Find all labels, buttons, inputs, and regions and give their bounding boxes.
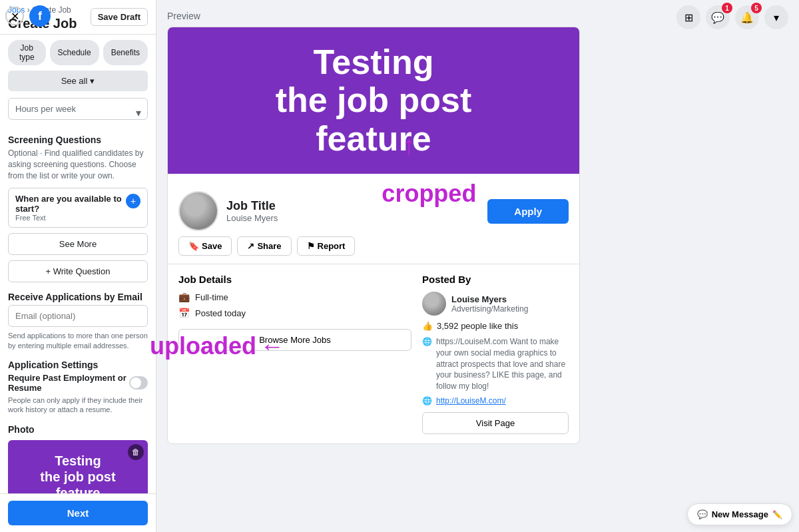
next-button[interactable]: Next [8,501,148,525]
app-settings-title: Application Settings [8,360,148,370]
filter-schedule[interactable]: Schedule [50,40,99,65]
save-draft-button[interactable]: Save Draft [91,8,148,26]
see-all-button[interactable]: See all ▾ [8,71,148,91]
page-desc: 🌐 https://LouiseM.com Want to make your … [422,336,569,392]
add-question-button[interactable]: + [126,194,140,208]
poster-name: Louise Myers [451,294,528,304]
screening-title: Screening Questions [8,134,148,145]
screening-desc: Optional · Find qualified candidates by … [8,148,148,181]
facebook-logo: f [29,5,51,27]
messenger-badge: 1 [722,3,732,13]
job-type-row: 💼 Full-time [178,292,411,302]
share-button[interactable]: ↗ Share [237,236,291,256]
new-message-compose-icon: ✏️ [772,510,782,519]
toggle-switch[interactable] [129,376,148,390]
posted-by-title: Posted By [422,274,569,285]
toggle-knob [131,378,141,388]
chat-icon: 💬 [697,509,708,519]
hours-dropdown-wrapper: Hours per week Part-time Full-time ▾ [8,98,148,127]
job-details: Job Details 💼 Full-time 📅 Posted today B… [178,274,411,434]
hours-per-week-select[interactable]: Hours per week Part-time Full-time [8,98,148,120]
posted-by-user: Louise Myers Advertising/Marketing [422,292,569,316]
photo-preview-text: Testingthe job postfeature [35,447,121,493]
preview-body: Job Details 💼 Full-time 📅 Posted today B… [168,264,579,443]
account-menu-btn[interactable]: ▾ [764,5,788,29]
save-button[interactable]: 🔖 Save [178,236,232,256]
toggle-desc: People can only apply if they include th… [8,396,148,415]
calendar-icon: 📅 [178,308,190,318]
main-layout: Save Draft Jobs › Create Job Create Job … [0,0,799,532]
filter-row: Job type Schedule Benefits [8,40,148,65]
preview-job-header: Job Title Louise Myers Apply [168,182,579,236]
question-card: When are you available to start? Free Te… [8,188,148,228]
job-details-title: Job Details [178,274,411,285]
email-section-title: Receive Applications by Email [8,292,148,302]
briefcase-icon: 💼 [178,292,190,302]
toggle-row: Require Past Employment or Resume [8,373,148,393]
like-icon: 👍 [422,321,433,331]
preview-hero-text: Testingthe job postfeature [276,43,472,158]
new-message-button[interactable]: 💬 New Message ✏️ [687,503,792,525]
bell-icon-btn[interactable]: 🔔 5 [735,5,759,29]
left-content: Job type Schedule Benefits See all ▾ Hou… [0,35,156,493]
question-sub: Free Text [15,214,126,222]
likes-row: 👍 3,592 people like this [422,321,569,331]
poster-avatar [422,292,446,316]
right-panel: Preview Testingthe job postfeature cropp… [156,0,799,532]
filter-benefits[interactable]: Benefits [103,40,148,65]
likes-text: 3,592 people like this [437,321,518,331]
question-text: When are you available to start? [15,194,126,214]
left-panel: Save Draft Jobs › Create Job Create Job … [0,0,156,532]
job-company: Louise Myers [226,213,278,223]
photo-preview: Testingthe job postfeature 🗑 [8,440,148,493]
see-more-button[interactable]: See More [8,233,148,255]
browse-jobs-button[interactable]: Browse More Jobs [178,329,411,351]
bookmark-icon: 🔖 [188,241,199,251]
share-icon: ↗ [247,241,254,251]
flag-icon: ⚑ [307,241,315,251]
posted-text: Posted today [195,308,246,318]
top-bar: ⊞ 💬 1 🔔 5 ▾ [666,0,799,35]
preview-hero-wrapper: Testingthe job postfeature cropped ↑ [168,27,579,174]
chevron-down-icon: ▾ [90,76,95,86]
messenger-icon-btn[interactable]: 💬 1 [706,5,730,29]
left-panel-bottom: Next [0,493,156,532]
poster-role: Advertising/Marketing [451,304,528,314]
action-row: 🔖 Save ↗ Share ⚑ Report [168,236,579,264]
email-input[interactable] [8,305,148,327]
globe-icon: 🌐 [422,336,432,392]
avatar-image [180,192,217,230]
write-question-button[interactable]: + Write Question [8,260,148,282]
fb-header: ✕ f [5,5,51,27]
page-url[interactable]: http://LouiseM.com/ [436,396,506,405]
page-link[interactable]: 🌐 http://LouiseM.com/ [422,396,569,405]
close-button[interactable]: ✕ [5,7,24,25]
email-hint: Send applications to more than one perso… [8,331,148,350]
filter-job-type[interactable]: Job type [8,40,46,65]
photo-section-title: Photo [8,424,148,435]
link-icon: 🌐 [422,396,432,405]
job-type-text: Full-time [195,292,228,302]
preview-hero: Testingthe job postfeature [168,27,579,174]
job-title: Job Title [226,199,278,213]
apply-button[interactable]: Apply [487,199,569,224]
toggle-label: Require Past Employment or Resume [8,373,129,393]
bell-badge: 5 [751,3,762,13]
report-button[interactable]: ⚑ Report [297,236,356,256]
preview-card: Testingthe job postfeature cropped ↑ Job… [167,27,580,444]
grid-icon-btn[interactable]: ⊞ [676,5,700,29]
posted-by: Posted By Louise Myers Advertising/Marke… [422,274,569,434]
photo-delete-button[interactable]: 🗑 [128,444,144,460]
avatar [178,191,218,231]
posted-row: 📅 Posted today [178,308,411,318]
visit-page-button[interactable]: Visit Page [422,412,569,434]
